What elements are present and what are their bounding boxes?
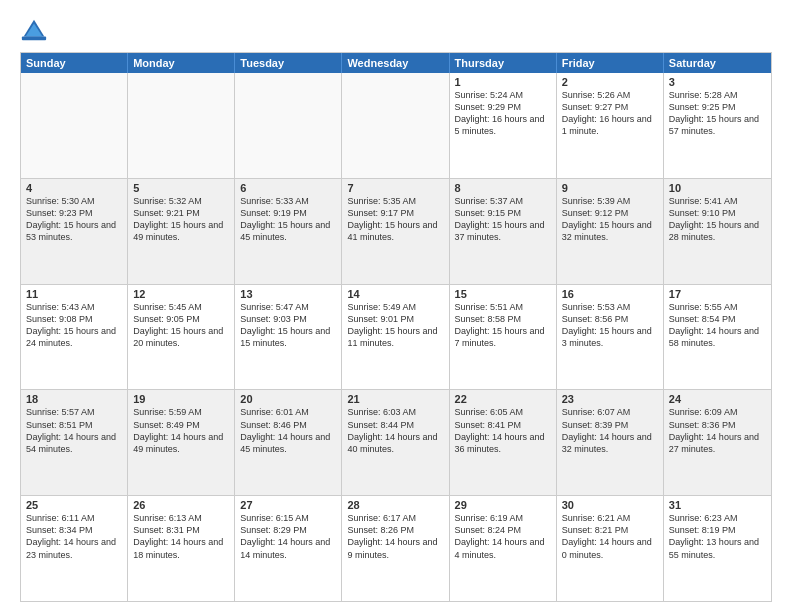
calendar-cell: 8 Sunrise: 5:37 AM Sunset: 9:15 PM Dayli… [450,179,557,284]
sunrise-text: Sunrise: 5:49 AM [347,301,443,313]
calendar-cell: 24 Sunrise: 6:09 AM Sunset: 8:36 PM Dayl… [664,390,771,495]
calendar-cell: 28 Sunrise: 6:17 AM Sunset: 8:26 PM Dayl… [342,496,449,601]
svg-rect-2 [22,37,46,41]
daylight-text: Daylight: 14 hours and 9 minutes. [347,536,443,560]
day-number: 5 [133,182,229,194]
daylight-text: Daylight: 14 hours and 36 minutes. [455,431,551,455]
day-number: 31 [669,499,766,511]
day-number: 27 [240,499,336,511]
day-number: 10 [669,182,766,194]
daylight-text: Daylight: 14 hours and 40 minutes. [347,431,443,455]
sunrise-text: Sunrise: 6:19 AM [455,512,551,524]
sunset-text: Sunset: 8:21 PM [562,524,658,536]
logo [20,16,52,44]
day-number: 23 [562,393,658,405]
day-number: 19 [133,393,229,405]
day-number: 20 [240,393,336,405]
daylight-text: Daylight: 13 hours and 55 minutes. [669,536,766,560]
daylight-text: Daylight: 14 hours and 27 minutes. [669,431,766,455]
daylight-text: Daylight: 15 hours and 24 minutes. [26,325,122,349]
sunrise-text: Sunrise: 5:57 AM [26,406,122,418]
cal-header-thursday: Thursday [450,53,557,73]
calendar-cell [21,73,128,178]
sunset-text: Sunset: 9:27 PM [562,101,658,113]
day-number: 17 [669,288,766,300]
sunrise-text: Sunrise: 5:43 AM [26,301,122,313]
calendar-cell: 18 Sunrise: 5:57 AM Sunset: 8:51 PM Dayl… [21,390,128,495]
daylight-text: Daylight: 15 hours and 11 minutes. [347,325,443,349]
calendar-cell: 20 Sunrise: 6:01 AM Sunset: 8:46 PM Dayl… [235,390,342,495]
day-number: 21 [347,393,443,405]
calendar-row-3: 11 Sunrise: 5:43 AM Sunset: 9:08 PM Dayl… [21,284,771,390]
calendar-cell: 30 Sunrise: 6:21 AM Sunset: 8:21 PM Dayl… [557,496,664,601]
sunset-text: Sunset: 8:29 PM [240,524,336,536]
cal-header-friday: Friday [557,53,664,73]
calendar-cell: 22 Sunrise: 6:05 AM Sunset: 8:41 PM Dayl… [450,390,557,495]
day-number: 7 [347,182,443,194]
sunrise-text: Sunrise: 6:15 AM [240,512,336,524]
sunset-text: Sunset: 9:21 PM [133,207,229,219]
day-number: 26 [133,499,229,511]
sunset-text: Sunset: 9:17 PM [347,207,443,219]
calendar-cell: 19 Sunrise: 5:59 AM Sunset: 8:49 PM Dayl… [128,390,235,495]
cal-header-monday: Monday [128,53,235,73]
day-number: 28 [347,499,443,511]
sunrise-text: Sunrise: 6:01 AM [240,406,336,418]
sunrise-text: Sunrise: 5:26 AM [562,89,658,101]
sunset-text: Sunset: 8:36 PM [669,419,766,431]
sunset-text: Sunset: 8:41 PM [455,419,551,431]
sunrise-text: Sunrise: 6:07 AM [562,406,658,418]
calendar-cell: 23 Sunrise: 6:07 AM Sunset: 8:39 PM Dayl… [557,390,664,495]
day-number: 9 [562,182,658,194]
calendar-cell: 2 Sunrise: 5:26 AM Sunset: 9:27 PM Dayli… [557,73,664,178]
sunset-text: Sunset: 8:26 PM [347,524,443,536]
calendar-cell: 6 Sunrise: 5:33 AM Sunset: 9:19 PM Dayli… [235,179,342,284]
day-number: 12 [133,288,229,300]
cal-header-tuesday: Tuesday [235,53,342,73]
sunset-text: Sunset: 9:12 PM [562,207,658,219]
calendar-cell: 15 Sunrise: 5:51 AM Sunset: 8:58 PM Dayl… [450,285,557,390]
sunset-text: Sunset: 9:25 PM [669,101,766,113]
calendar-cell [235,73,342,178]
sunrise-text: Sunrise: 5:30 AM [26,195,122,207]
cal-header-saturday: Saturday [664,53,771,73]
sunset-text: Sunset: 9:03 PM [240,313,336,325]
sunset-text: Sunset: 9:29 PM [455,101,551,113]
sunrise-text: Sunrise: 6:17 AM [347,512,443,524]
page: SundayMondayTuesdayWednesdayThursdayFrid… [0,0,792,612]
sunset-text: Sunset: 9:08 PM [26,313,122,325]
day-number: 18 [26,393,122,405]
calendar-cell: 4 Sunrise: 5:30 AM Sunset: 9:23 PM Dayli… [21,179,128,284]
daylight-text: Daylight: 14 hours and 49 minutes. [133,431,229,455]
daylight-text: Daylight: 16 hours and 1 minute. [562,113,658,137]
sunset-text: Sunset: 8:24 PM [455,524,551,536]
calendar-cell: 26 Sunrise: 6:13 AM Sunset: 8:31 PM Dayl… [128,496,235,601]
sunrise-text: Sunrise: 5:55 AM [669,301,766,313]
header [20,16,772,44]
daylight-text: Daylight: 14 hours and 54 minutes. [26,431,122,455]
calendar-cell: 16 Sunrise: 5:53 AM Sunset: 8:56 PM Dayl… [557,285,664,390]
daylight-text: Daylight: 14 hours and 58 minutes. [669,325,766,349]
sunset-text: Sunset: 8:34 PM [26,524,122,536]
calendar-cell [342,73,449,178]
day-number: 11 [26,288,122,300]
sunrise-text: Sunrise: 5:53 AM [562,301,658,313]
sunrise-text: Sunrise: 6:05 AM [455,406,551,418]
calendar-cell: 21 Sunrise: 6:03 AM Sunset: 8:44 PM Dayl… [342,390,449,495]
calendar-cell: 3 Sunrise: 5:28 AM Sunset: 9:25 PM Dayli… [664,73,771,178]
day-number: 3 [669,76,766,88]
daylight-text: Daylight: 15 hours and 37 minutes. [455,219,551,243]
day-number: 16 [562,288,658,300]
sunset-text: Sunset: 8:54 PM [669,313,766,325]
sunrise-text: Sunrise: 5:39 AM [562,195,658,207]
sunset-text: Sunset: 8:56 PM [562,313,658,325]
calendar-row-5: 25 Sunrise: 6:11 AM Sunset: 8:34 PM Dayl… [21,495,771,601]
calendar-cell: 27 Sunrise: 6:15 AM Sunset: 8:29 PM Dayl… [235,496,342,601]
day-number: 6 [240,182,336,194]
sunset-text: Sunset: 8:44 PM [347,419,443,431]
calendar-cell: 13 Sunrise: 5:47 AM Sunset: 9:03 PM Dayl… [235,285,342,390]
daylight-text: Daylight: 14 hours and 18 minutes. [133,536,229,560]
daylight-text: Daylight: 15 hours and 45 minutes. [240,219,336,243]
calendar-cell: 7 Sunrise: 5:35 AM Sunset: 9:17 PM Dayli… [342,179,449,284]
day-number: 4 [26,182,122,194]
